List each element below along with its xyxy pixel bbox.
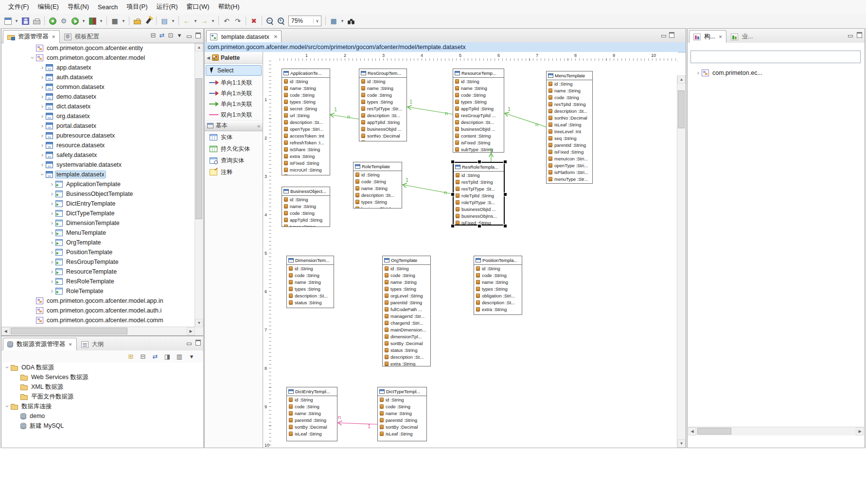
new-menu-icon[interactable]: ▾: [14, 16, 19, 26]
scroll-right-icon[interactable]: ▶: [856, 427, 864, 435]
selection-handle[interactable]: [451, 224, 455, 228]
palette-relation-单向1:n关联[interactable]: 单向1:n关联: [205, 99, 263, 109]
entity-field[interactable]: code :String: [287, 272, 334, 278]
entity-field[interactable]: name :String: [282, 85, 330, 91]
entity-field[interactable]: name :String: [383, 278, 430, 285]
explorer-item-auth.datasetx[interactable]: ›auth.datasetx: [2, 72, 195, 82]
palette-section-basic[interactable]: 基本 «: [205, 120, 263, 131]
entity-field[interactable]: id :String: [282, 78, 330, 85]
entity-field[interactable]: code :String: [353, 178, 402, 185]
explorer-vscrollbar[interactable]: ▲ ▼: [194, 43, 203, 327]
explorer-item-com.primeton.gocom.afcenter.model.comm[interactable]: com.primeton.gocom.afcenter.model.comm: [2, 315, 195, 325]
entity-field[interactable]: code :String: [282, 91, 330, 98]
entity-DictEntryTempl[interactable]: DictEntryTempl...id :Stringcode :Stringn…: [286, 387, 337, 441]
datasource-item-平面文件数据源[interactable]: 平面文件数据源: [2, 392, 203, 401]
entity-PositionTempla[interactable]: PositionTempla...id :Stringcode :Stringn…: [474, 256, 522, 315]
collapse-all-icon[interactable]: ⊟: [139, 352, 147, 361]
export-datasource-icon[interactable]: ▥: [175, 352, 184, 361]
entity-field[interactable]: id :String: [383, 265, 430, 272]
entity-field[interactable]: sortBy :Decimal: [378, 423, 426, 430]
entity-field[interactable]: types :String: [282, 223, 330, 227]
scroll-up-icon[interactable]: ▲: [195, 43, 203, 52]
explorer-item-portal.datasetx[interactable]: ›portal.datasetx: [2, 121, 195, 131]
right-hscrollbar[interactable]: ◀ ▶: [688, 427, 864, 435]
entity-field[interactable]: parentId :String: [547, 141, 592, 148]
close-icon[interactable]: ✕: [69, 342, 72, 347]
entity-field[interactable]: microUrl :String: [282, 166, 330, 173]
entity-field[interactable]: resGroupTplId ...: [453, 112, 504, 119]
search-flashlight-icon[interactable]: [143, 16, 154, 26]
explorer-item-template.datasetx[interactable]: ›template.datasetx: [2, 170, 195, 179]
entity-field[interactable]: sortBy :Decimal: [383, 340, 430, 347]
entity-DictTypeTempl[interactable]: DictTypeTempl...id :Stringcode :Stringna…: [377, 387, 427, 441]
explorer-item-ApplicationTemplate[interactable]: ›ApplicationTemplate: [2, 179, 195, 189]
entity-field[interactable]: name :String: [282, 203, 330, 209]
entity-field[interactable]: id :String: [287, 396, 337, 403]
menu-item-帮助(H)[interactable]: 帮助(H): [214, 1, 244, 13]
explorer-item-org.datasetx[interactable]: ›org.datasetx: [2, 111, 195, 121]
hscroll-thumb[interactable]: [11, 328, 127, 334]
entity-field[interactable]: name :String: [474, 278, 522, 285]
entity-field[interactable]: code :String: [383, 272, 430, 278]
external-tools-icon[interactable]: ⚙: [58, 16, 69, 26]
twisty-icon[interactable]: ›: [49, 277, 55, 286]
entity-field[interactable]: businessObjIns...: [454, 212, 504, 219]
minimize-button[interactable]: [846, 31, 854, 39]
palette-item-持久化实体[interactable]: 持久化实体: [205, 143, 263, 155]
menu-item-文件(F)[interactable]: 文件(F): [4, 1, 34, 13]
explorer-item-com.primeton.gocom.afcenter.entity[interactable]: com.primeton.gocom.afcenter.entity: [2, 43, 195, 53]
forward-icon[interactable]: →: [199, 16, 210, 26]
scroll-down-icon[interactable]: ▼: [195, 319, 203, 327]
zoom-combo[interactable]: 75%∨: [288, 16, 321, 26]
right-tab-构...[interactable]: 构...✕: [689, 30, 726, 43]
entity-field[interactable]: code :String: [547, 94, 592, 101]
entity-field[interactable]: description :St...: [383, 353, 430, 360]
entity-field[interactable]: businessObjId ...: [359, 125, 406, 132]
datasource-tab-大纲[interactable]: 大纲: [77, 338, 108, 350]
forward-menu-icon[interactable]: ▾: [210, 16, 216, 26]
entity-field[interactable]: isFixed :String: [453, 139, 504, 146]
entity-field[interactable]: isLeaf :String: [287, 430, 337, 437]
entity-field[interactable]: id :String: [287, 265, 334, 272]
selection-handle[interactable]: [477, 160, 481, 164]
entity-field[interactable]: extra :String: [282, 153, 330, 159]
selection-handle[interactable]: [451, 192, 455, 196]
redo-icon[interactable]: ↷: [232, 16, 243, 26]
entity-field[interactable]: id :String: [547, 80, 592, 87]
close-icon[interactable]: ✕: [719, 35, 723, 39]
entity-RoleTemplate[interactable]: RoleTemplateid :Stringcode :Stringname :…: [353, 162, 402, 209]
entity-field[interactable]: name :String: [287, 410, 337, 417]
explorer-item-BusinessObjectTemplate[interactable]: ›BusinessObjectTemplate: [2, 189, 195, 199]
entity-field[interactable]: name :String: [378, 410, 426, 417]
entity-field[interactable]: code :String: [282, 209, 330, 216]
palette-relation-单向1:1关联[interactable]: 单向1:1关联: [205, 77, 263, 88]
zoom-out-icon[interactable]: [265, 16, 275, 26]
diagram-canvas[interactable]: ApplicationTe...id :Stringname :Stringco…: [271, 61, 677, 448]
new-wizard-icon[interactable]: [2, 16, 13, 26]
entity-field[interactable]: businessObjId: [353, 205, 402, 209]
twisty-icon[interactable]: ›: [39, 160, 46, 169]
entity-field[interactable]: types :String: [383, 285, 430, 292]
minimize-button[interactable]: [185, 339, 193, 347]
menu-item-导航(N)[interactable]: 导航(N): [63, 1, 93, 13]
entity-field[interactable]: parentId :String: [287, 417, 337, 423]
entity-field[interactable]: roleTplId :String: [454, 192, 504, 199]
palette-menu-icon[interactable]: ▾: [339, 16, 345, 26]
explorer-item-OrgTemplate[interactable]: ›OrgTemplate: [2, 238, 195, 247]
menu-item-项目(P)[interactable]: 项目(P): [122, 1, 152, 13]
entity-field[interactable]: resTplType :Str...: [359, 105, 406, 112]
entity-field[interactable]: content :String: [453, 132, 504, 139]
editor-tab[interactable]: template.datasetx ✕: [206, 30, 282, 43]
explorer-item-pubresource.datasetx[interactable]: ›pubresource.datasetx: [2, 131, 195, 140]
entity-MenuTemplate[interactable]: MenuTemplateid :Stringname :Stringcode :…: [546, 71, 593, 184]
palette-relation-单向1:n关联[interactable]: 单向1:n关联: [205, 88, 263, 99]
back-icon[interactable]: ←: [181, 16, 192, 26]
explorer-item-resource.datasetx[interactable]: ›resource.datasetx: [2, 140, 195, 150]
entity-field[interactable]: id :String: [353, 171, 402, 178]
undo-icon[interactable]: ↶: [221, 16, 232, 26]
entity-field[interactable]: resTplId :String: [454, 178, 504, 185]
open-toolbox-icon[interactable]: [132, 16, 142, 26]
twisty-icon[interactable]: ›: [39, 73, 46, 82]
entity-DimensionTem[interactable]: DimensionTem...id :Stringcode :Stringnam…: [286, 256, 334, 308]
entity-field[interactable]: status :String: [287, 299, 334, 306]
